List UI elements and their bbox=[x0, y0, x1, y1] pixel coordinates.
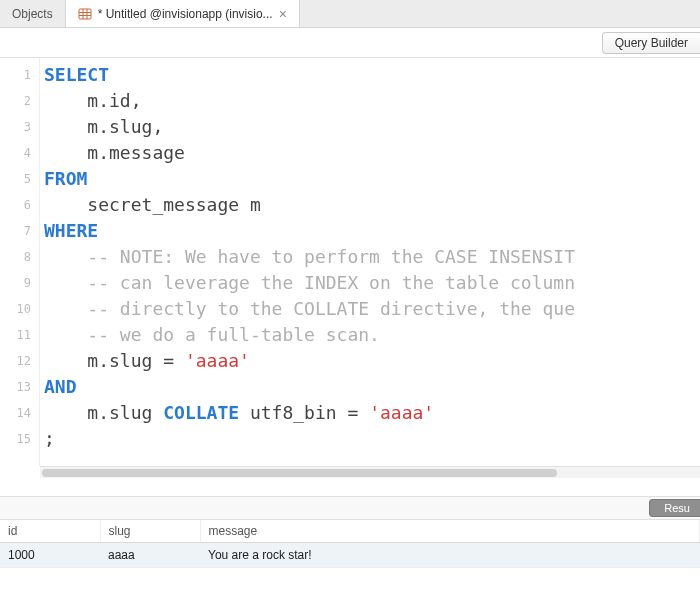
editor-area: 123456789101112131415 SELECT m.id, m.slu… bbox=[0, 58, 700, 478]
results-button[interactable]: Resu bbox=[649, 499, 700, 517]
column-header-id[interactable]: id bbox=[0, 520, 100, 543]
line-gutter: 123456789101112131415 bbox=[0, 58, 40, 466]
results-table: id slug message 1000 aaaa You are a rock… bbox=[0, 520, 700, 568]
results-panel: id slug message 1000 aaaa You are a rock… bbox=[0, 520, 700, 590]
cell-slug: aaaa bbox=[100, 543, 200, 568]
tab-objects[interactable]: Objects bbox=[0, 0, 66, 27]
results-toolbar: Resu bbox=[0, 496, 700, 520]
tab-active-label: * Untitled @invisionapp (invisio... bbox=[98, 7, 273, 21]
editor-toolbar: Query Builder bbox=[0, 28, 700, 58]
sql-editor[interactable]: SELECT m.id, m.slug, m.message FROM secr… bbox=[40, 58, 700, 466]
table-icon bbox=[78, 7, 92, 21]
column-header-slug[interactable]: slug bbox=[100, 520, 200, 543]
close-icon[interactable]: × bbox=[279, 7, 287, 21]
tab-query-active[interactable]: * Untitled @invisionapp (invisio... × bbox=[66, 0, 300, 27]
column-header-message[interactable]: message bbox=[200, 520, 700, 543]
cell-id: 1000 bbox=[0, 543, 100, 568]
table-row[interactable]: 1000 aaaa You are a rock star! bbox=[0, 543, 700, 568]
horizontal-scrollbar[interactable] bbox=[40, 466, 700, 478]
svg-rect-0 bbox=[79, 9, 91, 19]
query-builder-button[interactable]: Query Builder bbox=[602, 32, 700, 54]
tab-objects-label: Objects bbox=[12, 7, 53, 21]
scrollbar-thumb[interactable] bbox=[42, 469, 557, 477]
tab-bar: Objects * Untitled @invisionapp (invisio… bbox=[0, 0, 700, 28]
cell-message: You are a rock star! bbox=[200, 543, 700, 568]
